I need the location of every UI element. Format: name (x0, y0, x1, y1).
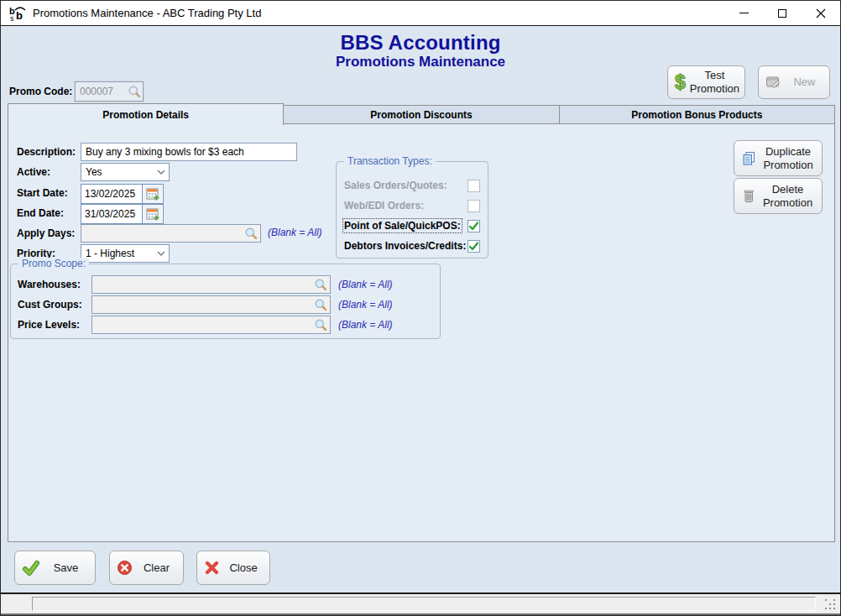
active-label: Active: (17, 166, 50, 178)
chevron-down-icon (157, 251, 165, 256)
cust-groups-input[interactable] (92, 299, 311, 311)
clear-icon (117, 560, 133, 576)
cust-groups-hint: (Blank = All) (338, 299, 393, 311)
copy-icon (741, 150, 757, 166)
magnifier-icon (128, 85, 141, 98)
promo-scope-title: Promo Scope: (18, 258, 89, 269)
warehouses-row: Warehouses: (Blank = All) (18, 274, 433, 295)
promotion-details-panel: Description: Active: Yes Start Date: End… (8, 123, 835, 542)
transaction-types-group: Transaction Types: Sales Orders/Quotes: … (336, 161, 488, 258)
check-icon (468, 241, 479, 252)
status-bar (1, 593, 840, 615)
window-controls (724, 1, 840, 25)
transaction-type-row: Point of Sale/QuickPOS: (344, 216, 480, 236)
tab-promotion-discounts[interactable]: Promotion Discounts (284, 105, 559, 124)
transaction-type-row: Web/EDI Orders: (344, 196, 480, 216)
point-of-sale-checkbox[interactable] (468, 220, 480, 232)
save-button[interactable]: Save (14, 551, 96, 585)
duplicate-promotion-button[interactable]: Duplicate Promotion (734, 140, 823, 176)
web-edi-orders-checkbox[interactable] (468, 200, 480, 212)
start-date-input[interactable] (81, 185, 142, 203)
maximize-button[interactable] (763, 1, 802, 25)
price-levels-lookup-button[interactable] (311, 318, 330, 331)
tab-bar: Promotion Details Promotion Discounts Pr… (8, 103, 835, 124)
apply-days-field (81, 224, 261, 243)
minimize-button[interactable] (724, 1, 763, 25)
end-date-label: End Date: (17, 207, 64, 219)
price-levels-label: Price Levels: (18, 319, 91, 331)
apply-days-input[interactable] (81, 227, 242, 239)
transaction-type-row: Sales Orders/Quotes: (344, 175, 480, 196)
resize-grip[interactable] (825, 599, 836, 610)
cust-groups-row: Cust Groups: (Blank = All) (18, 295, 433, 315)
cust-groups-lookup-button[interactable] (311, 298, 330, 311)
check-icon (468, 221, 479, 232)
start-date-label: Start Date: (17, 187, 68, 199)
delete-promotion-button[interactable]: Delete Promotion (734, 178, 823, 214)
apply-days-hint: (Blank = All) (268, 227, 322, 238)
maximize-icon (778, 9, 786, 18)
promo-code-field (75, 81, 144, 102)
cust-groups-label: Cust Groups: (18, 299, 91, 311)
test-promotion-button[interactable]: $ Test Promotion (667, 65, 745, 99)
clear-button[interactable]: Clear (109, 551, 184, 585)
magnifier-icon (314, 278, 327, 291)
chevron-down-icon (157, 170, 165, 175)
apply-days-label: Apply Days: (17, 227, 75, 239)
svg-text:s: s (10, 14, 14, 23)
new-form-icon (765, 75, 782, 90)
promo-code-input[interactable] (80, 86, 128, 97)
price-levels-field (91, 316, 331, 334)
minimize-icon (739, 13, 749, 13)
price-levels-input[interactable] (92, 319, 311, 331)
magnifier-icon (244, 227, 258, 240)
promo-code-lookup-button[interactable] (128, 85, 141, 98)
start-date-field (81, 184, 164, 204)
x-icon (204, 560, 220, 576)
warehouses-lookup-button[interactable] (311, 278, 330, 291)
check-icon (22, 560, 39, 577)
trash-icon (741, 188, 756, 204)
description-input[interactable] (81, 143, 297, 161)
calendar-icon (146, 207, 159, 221)
promo-code-label: Promo Code: (9, 86, 72, 97)
app-window: b s b Promotions Maintenance - ABC Tradi… (0, 0, 841, 616)
new-button[interactable]: New (758, 65, 830, 99)
end-date-field (81, 204, 164, 224)
apply-days-lookup-button[interactable] (242, 227, 260, 240)
dollar-icon: $ (675, 71, 686, 94)
close-form-button[interactable]: Close (196, 551, 270, 585)
app-title: BBS Accounting (1, 31, 840, 55)
description-label: Description: (17, 146, 76, 158)
transaction-type-row: Debtors Invoices/Credits: (344, 236, 480, 256)
end-date-input[interactable] (81, 205, 142, 223)
warehouses-label: Warehouses: (18, 279, 91, 290)
magnifier-icon (314, 318, 327, 331)
title-bar: b s b Promotions Maintenance - ABC Tradi… (1, 1, 840, 26)
end-date-calendar-button[interactable] (142, 205, 162, 223)
warehouses-field (91, 275, 331, 294)
cust-groups-field (91, 295, 331, 314)
sales-orders-checkbox[interactable] (468, 180, 480, 192)
warehouses-hint: (Blank = All) (338, 279, 393, 290)
bbs-logo-icon: b s b (8, 4, 27, 23)
start-date-calendar-button[interactable] (142, 185, 162, 203)
debtors-invoices-checkbox[interactable] (468, 240, 480, 253)
price-levels-row: Price Levels: (Blank = All) (18, 315, 433, 335)
window-title: Promotions Maintenance - ABC Trading Pty… (33, 7, 261, 19)
priority-select[interactable]: 1 - Highest (81, 244, 170, 263)
close-icon (816, 8, 826, 18)
status-panel (32, 597, 816, 611)
tab-promotion-details[interactable]: Promotion Details (8, 103, 284, 125)
calendar-icon (146, 187, 159, 201)
magnifier-icon (314, 298, 327, 311)
transaction-types-title: Transaction Types: (344, 155, 436, 167)
active-select[interactable]: Yes (81, 163, 170, 181)
price-levels-hint: (Blank = All) (338, 319, 393, 331)
warehouses-input[interactable] (92, 279, 311, 290)
svg-text:b: b (16, 9, 23, 22)
close-window-button[interactable] (802, 1, 840, 25)
tab-promotion-bonus-products[interactable]: Promotion Bonus Products (560, 105, 835, 124)
promo-scope-group: Promo Scope: Warehouses: (Blank = All) C… (10, 264, 441, 339)
